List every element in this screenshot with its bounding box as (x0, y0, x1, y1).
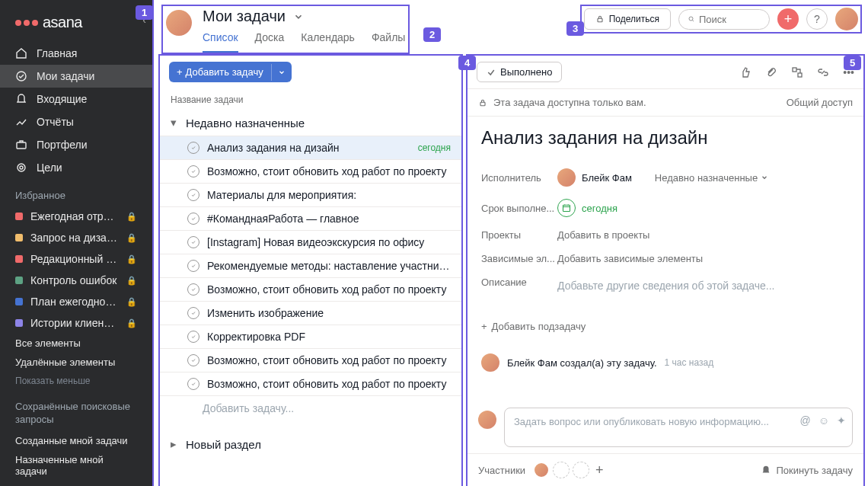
tab[interactable]: Календарь (301, 28, 355, 53)
description-field[interactable]: Добавьте другие сведения об этой задаче.… (557, 277, 775, 295)
nav-inbox[interactable]: Входящие (0, 88, 152, 110)
saved-query-item[interactable]: Созданные мной задачи (0, 431, 152, 450)
task-checkbox[interactable] (187, 142, 199, 154)
attachment-icon[interactable] (765, 66, 777, 78)
mark-complete-button[interactable]: Выполнено (477, 62, 562, 82)
svg-point-3 (20, 166, 23, 169)
tab[interactable]: Доска (255, 28, 285, 53)
saved-query-item[interactable]: Недавно завершённые за... (0, 481, 152, 486)
add-subtask-button[interactable]: +Добавить подзадачу (481, 321, 850, 332)
leave-task-button[interactable]: Покинуть задачу (761, 465, 853, 476)
add-task-inline[interactable]: Добавить задачу... (160, 395, 461, 420)
page-title[interactable]: Мои задачи (203, 8, 405, 27)
section-header[interactable]: ▾ Недавно назначенные (160, 110, 461, 136)
nav-reports[interactable]: Отчёты (0, 110, 152, 133)
task-checkbox[interactable] (187, 378, 199, 390)
sidebar: asana ‹ Главная Мои задачи Входящие Отчё… (0, 0, 152, 486)
task-row[interactable]: Возможно, стоит обновить ход работ по пр… (160, 159, 461, 183)
global-add-button[interactable]: + (777, 8, 799, 30)
task-checkbox[interactable] (187, 165, 199, 177)
mention-icon[interactable]: @ (799, 414, 810, 427)
comment-box[interactable]: Задать вопрос или опубликовать новую инф… (504, 408, 853, 447)
calendar-icon (557, 199, 576, 217)
user-menu-avatar[interactable] (835, 8, 858, 30)
chart-icon (15, 116, 27, 128)
task-checkbox[interactable] (187, 189, 199, 201)
nav-portfolios[interactable]: Портфели (0, 133, 152, 156)
task-detail-pane: Выполнено ••• Эта задача доступна только… (468, 56, 863, 486)
collaborator-avatar[interactable] (533, 462, 550, 478)
search-field[interactable] (699, 14, 760, 25)
nav-label: Главная (37, 47, 77, 59)
lock-icon (478, 98, 487, 107)
favorite-label: План ежегодной ... (30, 296, 119, 308)
task-row[interactable]: [Instagram] Новая видеоэкскурсия по офис… (160, 230, 461, 254)
task-row[interactable]: Рекомендуемые методы: наставление участн… (160, 254, 461, 277)
saved-queries-heading: Сохранённые поисковые запросы (0, 390, 152, 431)
task-row[interactable]: #КоманднаяРабота — главное (160, 206, 461, 230)
sidebar-all-items[interactable]: Все элементы (0, 334, 152, 353)
favorite-item[interactable]: Контроль ошибок🔒 (0, 270, 152, 291)
task-checkbox[interactable] (187, 260, 199, 272)
chevron-down-icon[interactable]: ▾ (171, 116, 180, 129)
like-icon[interactable] (739, 66, 752, 78)
add-dependencies[interactable]: Добавить зависимые элементы (557, 253, 703, 264)
task-row[interactable]: Возможно, стоит обновить ход работ по пр… (160, 277, 461, 301)
favorite-item[interactable]: Запрос на дизайн...🔒 (0, 227, 152, 248)
section-header[interactable]: ▸ Новый раздел (160, 431, 461, 457)
nav-my-tasks[interactable]: Мои задачи (0, 65, 152, 88)
link-icon[interactable] (817, 66, 829, 78)
favorite-item[interactable]: Истории клиенто...🔒 (0, 312, 152, 334)
collaborators-label: Участники (478, 465, 525, 476)
task-checkbox[interactable] (187, 331, 199, 343)
task-checkbox[interactable] (187, 213, 199, 225)
logo-text: asana (43, 14, 82, 31)
emoji-icon[interactable]: ☺ (819, 414, 829, 427)
star-icon[interactable]: ✦ (837, 414, 846, 427)
assignee-section-dropdown[interactable]: Недавно назначенные (655, 172, 768, 184)
chevron-right-icon[interactable]: ▸ (171, 437, 180, 451)
task-row[interactable]: Возможно, стоит обновить ход работ по пр… (160, 348, 461, 372)
make-public-link[interactable]: Общий доступ (787, 97, 853, 108)
assignee-avatar (557, 168, 576, 187)
task-row[interactable]: Возможно, стоит обновить ход работ по пр… (160, 372, 461, 395)
task-checkbox[interactable] (187, 354, 199, 366)
nav-home[interactable]: Главная (0, 42, 152, 65)
favorite-item[interactable]: Редакционный ка...🔒 (0, 248, 152, 270)
add-task-button[interactable]: +Добавить задачу (169, 62, 292, 82)
saved-query-item[interactable]: Назначенные мной задачи (0, 450, 152, 481)
task-row[interactable]: Корректировка PDF (160, 325, 461, 348)
nav-label: Мои задачи (37, 70, 94, 82)
task-row-title: Корректировка PDF (207, 331, 451, 343)
add-task-dropdown[interactable] (271, 64, 292, 81)
add-to-projects[interactable]: Добавить в проекты (557, 229, 649, 241)
region-badge: 5 (844, 56, 861, 70)
add-collaborator-button[interactable]: + (595, 462, 604, 478)
share-button[interactable]: Поделиться (584, 8, 671, 30)
subtask-icon[interactable] (791, 66, 803, 78)
task-row[interactable]: Изменить изображение (160, 301, 461, 325)
nav-goals[interactable]: Цели (0, 156, 152, 179)
assignee-value[interactable]: Блейк Фам (557, 168, 632, 187)
due-date-value[interactable]: сегодня (557, 199, 617, 217)
search-input[interactable] (678, 9, 770, 30)
due-label: Срок выполне... (481, 203, 557, 214)
help-button[interactable]: ? (806, 8, 828, 30)
svg-point-5 (689, 17, 693, 21)
project-color-dot (15, 255, 23, 263)
task-row[interactable]: Материалы для мероприятия: (160, 183, 461, 206)
task-row[interactable]: Анализ задания на дизайнсегодня (160, 136, 461, 159)
sidebar-show-less[interactable]: Показать меньше (0, 372, 152, 390)
favorite-item[interactable]: План ежегодной ...🔒 (0, 291, 152, 312)
task-checkbox[interactable] (187, 236, 199, 248)
favorite-item[interactable]: Ежегодная отрас...🔒 (0, 206, 152, 227)
task-row-title: Возможно, стоит обновить ход работ по пр… (207, 165, 451, 177)
sidebar-deleted-items[interactable]: Удалённые элементы (0, 353, 152, 372)
nav-label: Входящие (37, 93, 87, 105)
task-checkbox[interactable] (187, 307, 199, 319)
tab[interactable]: Список (203, 28, 238, 53)
task-checkbox[interactable] (187, 283, 199, 296)
tab[interactable]: Файлы (372, 28, 405, 53)
description-label: Описание (481, 277, 557, 288)
task-title[interactable]: Анализ задания на дизайн (481, 127, 850, 162)
